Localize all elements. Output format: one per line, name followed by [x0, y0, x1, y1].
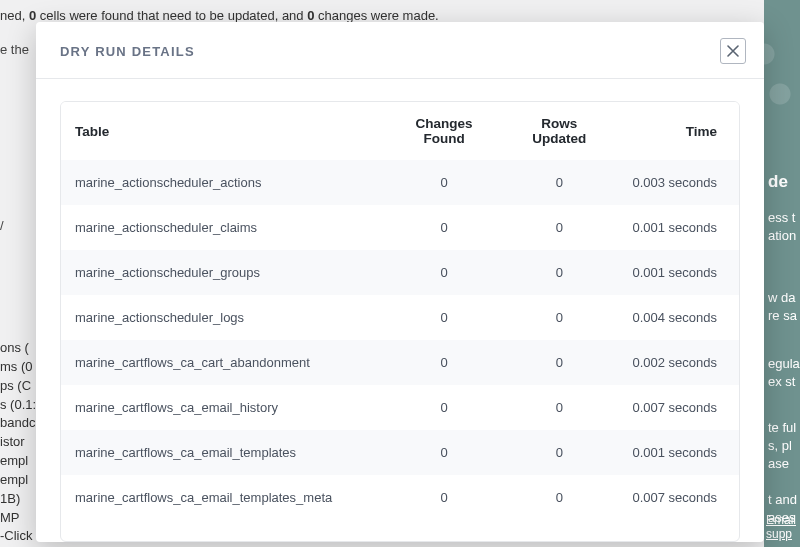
cell-table-name: marine_actionscheduler_logs	[61, 295, 386, 340]
cell-table-name: marine_actionscheduler_claims	[61, 205, 386, 250]
cell-table-name: marine_cartflows_ca_email_templates	[61, 430, 386, 475]
cell-table-name: marine_actionscheduler_groups	[61, 250, 386, 295]
peek-text: ex st	[768, 374, 795, 389]
cell-rows-updated: 0	[502, 205, 617, 250]
cell-rows-updated: 0	[502, 430, 617, 475]
table-head: Table Changes Found Rows Updated Time	[61, 102, 739, 160]
cell-changes-found: 0	[386, 205, 501, 250]
col-header-changes: Changes Found	[386, 102, 501, 160]
col-header-rows: Rows Updated	[502, 102, 617, 160]
table-row: marine_actionscheduler_claims000.001 sec…	[61, 205, 739, 250]
results-table: Table Changes Found Rows Updated Time ma…	[61, 102, 739, 520]
peek-text: de	[768, 172, 788, 192]
table-row: marine_cartflows_ca_cart_abandonment000.…	[61, 340, 739, 385]
cell-changes-found: 0	[386, 385, 501, 430]
cell-time: 0.001 seconds	[617, 430, 739, 475]
cell-changes-found: 0	[386, 430, 501, 475]
right-sidebar-peek: de ess t ation w da re sa egula ex st te…	[764, 0, 800, 547]
dry-run-details-modal: DRY RUN DETAILS Table Changes Found Rows…	[36, 22, 764, 542]
cell-time: 0.002 seconds	[617, 340, 739, 385]
cell-rows-updated: 0	[502, 160, 617, 205]
cell-changes-found: 0	[386, 475, 501, 520]
cell-rows-updated: 0	[502, 475, 617, 520]
email-support-link[interactable]: Email supp	[766, 513, 800, 541]
cell-rows-updated: 0	[502, 250, 617, 295]
cell-table-name: marine_cartflows_ca_email_templates_meta	[61, 475, 386, 520]
cell-time: 0.001 seconds	[617, 250, 739, 295]
cell-time: 0.003 seconds	[617, 160, 739, 205]
table-row: marine_cartflows_ca_email_templates000.0…	[61, 430, 739, 475]
cell-rows-updated: 0	[502, 295, 617, 340]
table-row: marine_actionscheduler_logs000.004 secon…	[61, 295, 739, 340]
cell-changes-found: 0	[386, 250, 501, 295]
bg-text: changes were made.	[314, 8, 438, 23]
modal-header: DRY RUN DETAILS	[36, 22, 764, 79]
table-row: marine_actionscheduler_actions000.003 se…	[61, 160, 739, 205]
bg-text: cells were found that need to be updated…	[36, 8, 307, 23]
peek-text: re sa	[768, 308, 797, 323]
peek-text: ess t	[768, 210, 795, 225]
modal-title: DRY RUN DETAILS	[60, 44, 195, 59]
peek-text: t and	[768, 492, 797, 507]
bg-text: ned,	[0, 8, 29, 23]
table-row: marine_cartflows_ca_email_history000.007…	[61, 385, 739, 430]
cell-time: 0.007 seconds	[617, 385, 739, 430]
cell-time: 0.007 seconds	[617, 475, 739, 520]
table-row: marine_actionscheduler_groups000.001 sec…	[61, 250, 739, 295]
peek-text: s, pl	[768, 438, 792, 453]
cell-changes-found: 0	[386, 160, 501, 205]
cell-changes-found: 0	[386, 340, 501, 385]
col-header-time: Time	[617, 102, 739, 160]
bg-slash: /	[0, 216, 4, 236]
col-header-table: Table	[61, 102, 386, 160]
results-table-wrap: Table Changes Found Rows Updated Time ma…	[60, 101, 740, 542]
peek-text: w da	[768, 290, 795, 305]
cell-time: 0.004 seconds	[617, 295, 739, 340]
table-row: marine_cartflows_ca_email_templates_meta…	[61, 475, 739, 520]
peek-text: egula	[768, 356, 800, 371]
modal-body: Table Changes Found Rows Updated Time ma…	[36, 79, 764, 542]
cell-table-name: marine_cartflows_ca_cart_abandonment	[61, 340, 386, 385]
close-icon	[727, 45, 739, 57]
cell-rows-updated: 0	[502, 385, 617, 430]
cell-table-name: marine_cartflows_ca_email_history	[61, 385, 386, 430]
peek-text: te ful	[768, 420, 796, 435]
cell-rows-updated: 0	[502, 340, 617, 385]
peek-text: ase	[768, 456, 789, 471]
decorative-wave	[764, 24, 800, 144]
cell-time: 0.001 seconds	[617, 205, 739, 250]
close-button[interactable]	[720, 38, 746, 64]
table-body: marine_actionscheduler_actions000.003 se…	[61, 160, 739, 520]
cell-table-name: marine_actionscheduler_actions	[61, 160, 386, 205]
cell-changes-found: 0	[386, 295, 501, 340]
peek-text: ation	[768, 228, 796, 243]
